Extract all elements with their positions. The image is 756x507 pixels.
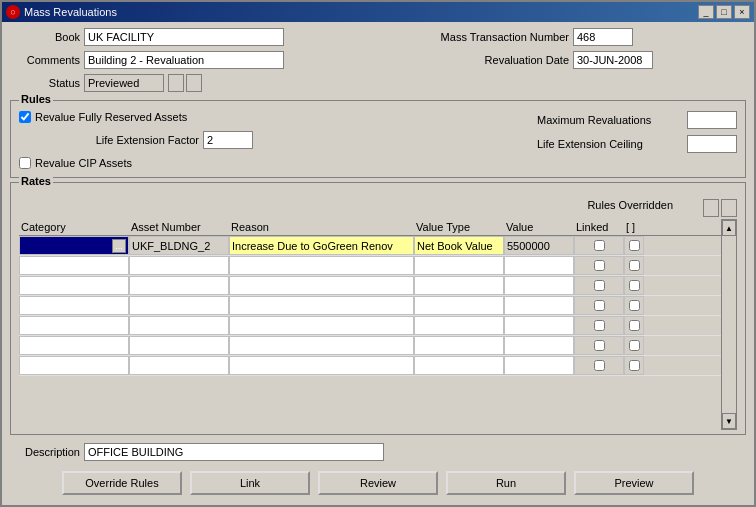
book-input[interactable]: UK FACILITY (84, 28, 284, 46)
row4-value[interactable] (504, 296, 574, 315)
link-button[interactable]: Link (190, 471, 310, 495)
rates-corner-btns (703, 199, 737, 217)
row2-asset-number[interactable] (129, 256, 229, 275)
rules-overridden-label: Rules Overridden (587, 199, 673, 217)
main-window: ○ Mass Revaluations _ □ × Book UK FACILI… (0, 0, 756, 507)
row4-reason[interactable] (229, 296, 414, 315)
status-btn-left[interactable] (168, 74, 184, 92)
row4-override[interactable] (624, 296, 644, 315)
description-input[interactable] (84, 443, 384, 461)
revaluation-date-input[interactable] (573, 51, 653, 69)
row3-value[interactable] (504, 276, 574, 295)
row3-reason[interactable] (229, 276, 414, 295)
revalue-cip-checkbox[interactable] (19, 157, 31, 169)
row5-value-type[interactable] (414, 316, 504, 335)
row1-linked[interactable] (574, 236, 624, 255)
row5-override[interactable] (624, 316, 644, 335)
row5-asset-number[interactable] (129, 316, 229, 335)
row5-category[interactable] (19, 316, 129, 335)
row3-linked-checkbox[interactable] (594, 280, 605, 291)
comments-input[interactable] (84, 51, 284, 69)
category-browse-btn[interactable]: ... (112, 239, 126, 253)
revalue-fully-reserved-checkbox[interactable] (19, 111, 31, 123)
minimize-button[interactable]: _ (698, 5, 714, 19)
preview-button[interactable]: Preview (574, 471, 694, 495)
row2-override[interactable] (624, 256, 644, 275)
row2-override-checkbox[interactable] (629, 260, 640, 271)
row7-linked-checkbox[interactable] (594, 360, 605, 371)
row7-reason[interactable] (229, 356, 414, 375)
row2-category[interactable] (19, 256, 129, 275)
row2-linked-checkbox[interactable] (594, 260, 605, 271)
row6-linked-checkbox[interactable] (594, 340, 605, 351)
col-category: Category (19, 220, 129, 234)
row6-value[interactable] (504, 336, 574, 355)
col-checkbox-header: [ ] (624, 220, 644, 234)
scroll-down-btn[interactable]: ▼ (722, 413, 736, 429)
row3-override-checkbox[interactable] (629, 280, 640, 291)
row4-linked[interactable] (574, 296, 624, 315)
table-row (19, 316, 737, 336)
row5-value[interactable] (504, 316, 574, 335)
row1-value-type[interactable]: Net Book Value (414, 236, 504, 255)
row7-linked[interactable] (574, 356, 624, 375)
row2-value-type[interactable] (414, 256, 504, 275)
row1-override-checkbox[interactable] (629, 240, 640, 251)
top-form: Book UK FACILITY Comments Status (10, 28, 746, 94)
maximize-button[interactable]: □ (716, 5, 732, 19)
rates-btn-right[interactable] (721, 199, 737, 217)
row3-value-type[interactable] (414, 276, 504, 295)
row4-asset-number[interactable] (129, 296, 229, 315)
row6-asset-number[interactable] (129, 336, 229, 355)
row4-linked-checkbox[interactable] (594, 300, 605, 311)
row1-override[interactable] (624, 236, 644, 255)
row6-linked[interactable] (574, 336, 624, 355)
row5-linked[interactable] (574, 316, 624, 335)
row1-reason[interactable]: Increase Due to GoGreen Renov (229, 236, 414, 255)
row6-value-type[interactable] (414, 336, 504, 355)
row6-reason[interactable] (229, 336, 414, 355)
row7-category[interactable] (19, 356, 129, 375)
life-extension-factor-input[interactable] (203, 131, 253, 149)
max-revaluations-input[interactable] (687, 111, 737, 129)
status-btn-right[interactable] (186, 74, 202, 92)
max-revaluations-label: Maximum Revaluations (537, 114, 651, 126)
mass-transaction-input[interactable] (573, 28, 633, 46)
row6-override-checkbox[interactable] (629, 340, 640, 351)
row3-category[interactable] (19, 276, 129, 295)
row2-value[interactable] (504, 256, 574, 275)
close-button[interactable]: × (734, 5, 750, 19)
col-value: Value (504, 220, 574, 234)
row3-linked[interactable] (574, 276, 624, 295)
row2-reason[interactable] (229, 256, 414, 275)
rates-btn-left[interactable] (703, 199, 719, 217)
row1-linked-checkbox[interactable] (594, 240, 605, 251)
run-button[interactable]: Run (446, 471, 566, 495)
revalue-cip-label: Revalue CIP Assets (35, 157, 132, 169)
row7-override-checkbox[interactable] (629, 360, 640, 371)
row6-category[interactable] (19, 336, 129, 355)
row5-linked-checkbox[interactable] (594, 320, 605, 331)
row1-value[interactable]: 5500000 (504, 236, 574, 255)
life-extension-ceiling-input[interactable] (687, 135, 737, 153)
override-rules-button[interactable]: Override Rules (62, 471, 182, 495)
row7-value[interactable] (504, 356, 574, 375)
row4-override-checkbox[interactable] (629, 300, 640, 311)
review-button[interactable]: Review (318, 471, 438, 495)
scroll-up-btn[interactable]: ▲ (722, 220, 736, 236)
row3-override[interactable] (624, 276, 644, 295)
row2-linked[interactable] (574, 256, 624, 275)
row4-value-type[interactable] (414, 296, 504, 315)
row7-override[interactable] (624, 356, 644, 375)
row6-override[interactable] (624, 336, 644, 355)
row7-value-type[interactable] (414, 356, 504, 375)
row3-asset-number[interactable] (129, 276, 229, 295)
table-scrollbar[interactable]: ▲ ▼ (721, 219, 737, 430)
row5-reason[interactable] (229, 316, 414, 335)
row7-asset-number[interactable] (129, 356, 229, 375)
row1-category[interactable]: ... (19, 236, 129, 255)
row1-asset-number[interactable]: UKF_BLDNG_2 (129, 236, 229, 255)
row4-category[interactable] (19, 296, 129, 315)
row5-override-checkbox[interactable] (629, 320, 640, 331)
rules-content: Revalue Fully Reserved Assets Life Exten… (19, 111, 737, 173)
